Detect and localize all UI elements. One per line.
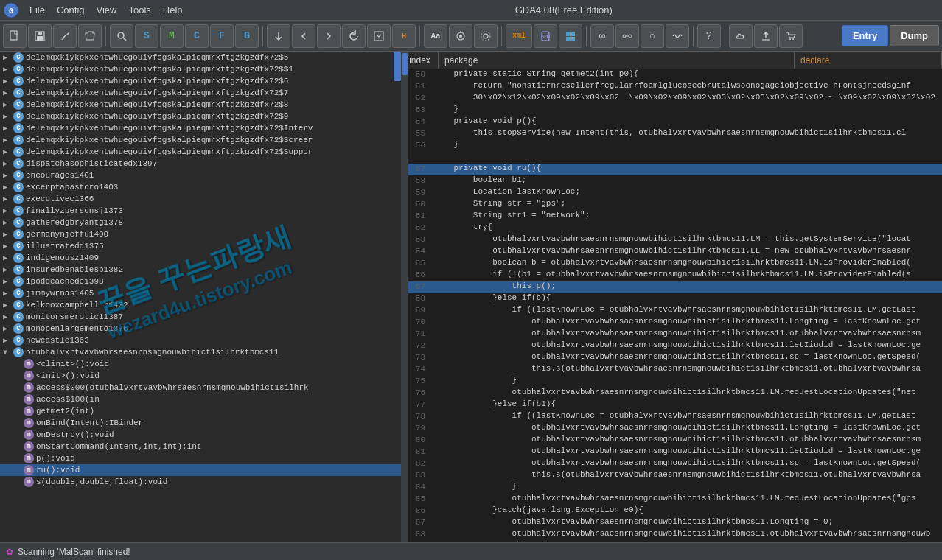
- svg-point-21: [623, 35, 626, 38]
- tree-icon: C: [13, 300, 24, 310]
- upload-button[interactable]: [754, 24, 778, 48]
- line-content: otubhalvxrtvavbwhrsaesnrnsmgnouwbihict1s…: [431, 329, 942, 337]
- tree-item[interactable]: ▶Cdelemqxkiykpkxentwhuegouivfogskalpieqm…: [0, 134, 401, 146]
- settings-button[interactable]: [474, 24, 498, 48]
- windows-button[interactable]: [559, 24, 582, 48]
- sn-button[interactable]: S: [135, 24, 158, 48]
- tree-item[interactable]: ▶Cfinallyzpersonsj1373: [0, 205, 401, 217]
- font-button[interactable]: Aa: [424, 24, 447, 48]
- tree-item[interactable]: ▶Cnewcastle1363: [0, 335, 401, 346]
- tree-item[interactable]: ▶Cdelemqxkiykpkxentwhuegouivfogskalpieqm…: [0, 111, 401, 122]
- cart-button[interactable]: [779, 24, 803, 48]
- tree-item[interactable]: ▶Cipoddcachede1398: [0, 276, 401, 287]
- tree-arrow-icon: ▶: [3, 65, 13, 74]
- tree-item[interactable]: ▶Cindigenousz1409: [0, 252, 401, 264]
- search-button[interactable]: [110, 24, 133, 48]
- c-button[interactable]: C: [185, 24, 209, 48]
- tree-item[interactable]: ▶Cmonitorsmerotic11387: [0, 311, 401, 323]
- wave-button[interactable]: [666, 24, 689, 48]
- tree-item[interactable]: ▶Cdelemqxkiykpkxentwhuegouivfogskalpieqm…: [0, 87, 401, 99]
- tree-item[interactable]: ▶Cdelemqxkiykpkxentwhuegouivfogskalpieqm…: [0, 52, 394, 63]
- tree-item[interactable]: ▶Cexcerptapastoro1403: [0, 181, 401, 193]
- tree-label: delemqxkiykpkxentwhuegouivfogskalpieqmrx…: [26, 124, 313, 133]
- back-button[interactable]: [292, 24, 315, 48]
- theme-button[interactable]: [449, 24, 472, 48]
- flow-button[interactable]: [615, 24, 639, 48]
- tree-item[interactable]: ▶Cgermanynjeffu1400: [0, 228, 401, 240]
- tree-item[interactable]: ▶Cjimmywrnas1405: [0, 287, 401, 299]
- b-button[interactable]: B: [235, 24, 259, 48]
- tree-item[interactable]: ▶Cdelemqxkiykpkxentwhuegouivfogskalpieqm…: [0, 63, 394, 75]
- entry-button[interactable]: Entry: [842, 25, 888, 46]
- tree-icon: m: [24, 430, 34, 440]
- code-line: 67 this.p();: [402, 281, 942, 293]
- code-scroll-track: [402, 52, 408, 542]
- tree-item[interactable]: ▶Cexecutivec1366: [0, 193, 401, 205]
- tree-item[interactable]: m<clinit>():void: [0, 358, 401, 370]
- tree-item[interactable]: ms(double,double,float):void: [0, 476, 401, 488]
- menu-file[interactable]: File: [24, 3, 51, 17]
- tree-arrow-icon: ▶: [3, 253, 13, 262]
- svg-point-22: [629, 35, 632, 38]
- tree-item[interactable]: monStartCommand(Intent,int,int):int: [0, 441, 401, 452]
- f-button[interactable]: F: [210, 24, 234, 48]
- tree-item[interactable]: ▼Cotubhalvxrtvavbwhrsaesnrnsmgnouwbihict…: [0, 346, 401, 358]
- code-line: 58 boolean b1;: [402, 175, 942, 187]
- tree-label: dispatchasophisticatedx1397: [26, 159, 157, 168]
- tree-arrow-icon: ▶: [3, 195, 13, 203]
- tree-arrow-icon: ▶: [3, 230, 13, 239]
- code-line: 62 30\x02\x12\x02\x09\x02\x09\x02 \x09\x…: [402, 93, 942, 105]
- tree-item[interactable]: ▶Cdelemqxkiykpkxentwhuegouivfogskalpieqm…: [0, 75, 394, 87]
- tree-icon: C: [13, 52, 24, 63]
- tree-item[interactable]: ▶Cdelemqxkiykpkxentwhuegouivfogskalpieqm…: [0, 99, 401, 111]
- tree-item[interactable]: maccess$000(otubhalvxrtvavbwhrsaesnrnsmg…: [0, 382, 401, 393]
- code-line: 75 }: [402, 376, 942, 388]
- code-line: 78 if ((lastKnownLoc = otubhalvxrtvavbwh…: [402, 411, 942, 423]
- tree-item[interactable]: ▶Cillustratedd1375: [0, 240, 401, 252]
- tree-item[interactable]: m<init>():void: [0, 370, 401, 382]
- code-scroll-thumb[interactable]: [402, 53, 408, 75]
- code-area[interactable]: 60 private static String getmet2(int p0)…: [402, 69, 942, 542]
- infinity-button[interactable]: ∞: [590, 24, 614, 48]
- m-button[interactable]: M: [160, 24, 184, 48]
- tree-item[interactable]: ▶Cdelemqxkiykpkxentwhuegouivfogskalpieqm…: [0, 146, 401, 158]
- code-header: index package declare: [402, 52, 942, 69]
- tree-item[interactable]: maccess$100(in: [0, 393, 401, 405]
- dump-button[interactable]: Dump: [890, 25, 939, 46]
- tree-item[interactable]: monDestroy():void: [0, 429, 401, 441]
- tree-item[interactable]: mru():void: [0, 464, 401, 476]
- tree-item[interactable]: ▶Cmonopenlargemento1376: [0, 323, 401, 335]
- forward-button[interactable]: [317, 24, 341, 48]
- tree-item[interactable]: ▶Ckelkooxcampbell r1402: [0, 299, 401, 311]
- link-button[interactable]: [53, 24, 77, 48]
- open-button[interactable]: [78, 24, 102, 48]
- line-content: }: [431, 140, 942, 149]
- line-content: this.s(otubhalvxrtvavbwhrsaesnrnsmgnouwb…: [431, 470, 942, 479]
- menu-tools[interactable]: Tools: [122, 3, 156, 17]
- tree-item[interactable]: mgetmet2(int): [0, 405, 401, 417]
- save-button[interactable]: [28, 24, 52, 48]
- tree-item[interactable]: monBind(Intent):IBinder: [0, 417, 401, 429]
- tree-arrow-icon: ▶: [3, 100, 13, 109]
- tree-icon: C: [13, 288, 24, 298]
- line-content: this.p();: [431, 541, 942, 542]
- new-button[interactable]: [3, 24, 27, 48]
- tree-item[interactable]: ▶Cdelemqxkiykpkxentwhuegouivfogskalpieqm…: [0, 122, 401, 134]
- tree-item[interactable]: ▶Cencourages1401: [0, 169, 401, 181]
- cloud-button[interactable]: [729, 24, 753, 48]
- menu-help[interactable]: Help: [157, 3, 189, 17]
- menu-config[interactable]: Config: [51, 3, 91, 17]
- hex-button[interactable]: H: [392, 24, 416, 48]
- apk-button[interactable]: APK: [534, 24, 557, 48]
- tree-item[interactable]: ▶Cinsuredbenablesb1382: [0, 264, 401, 276]
- tree-item[interactable]: ▶Cgatheredgbryantg1378: [0, 217, 401, 228]
- jump-button[interactable]: [267, 24, 290, 48]
- dot-button[interactable]: ○: [641, 24, 664, 48]
- xml-button[interactable]: xml: [506, 24, 532, 48]
- tree-item[interactable]: ▶Cdispatchasophisticatedx1397: [0, 158, 401, 169]
- decompile-button[interactable]: [367, 24, 391, 48]
- refresh-button[interactable]: [342, 24, 366, 48]
- question-button[interactable]: ?: [697, 24, 721, 48]
- tree-item[interactable]: mp():void: [0, 452, 401, 464]
- menu-view[interactable]: View: [91, 3, 123, 17]
